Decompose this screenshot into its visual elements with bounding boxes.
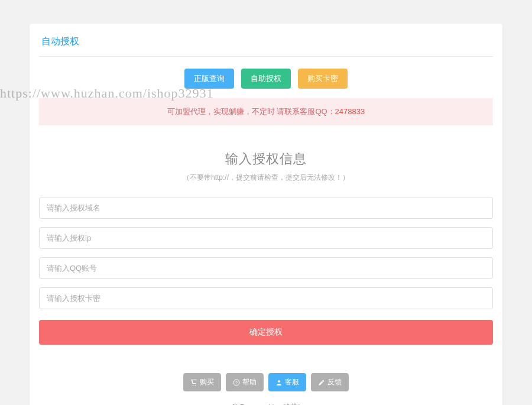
footer-credit: © Powered by 钱幕! — [39, 402, 493, 405]
footer-button-row: 购买 ? 帮助 客服 反馈 — [39, 373, 493, 391]
footer-buy-label: 购买 — [200, 377, 214, 387]
page-title: 自动授权 — [39, 24, 493, 57]
footer-feedback-label: 反馈 — [327, 377, 342, 387]
main-panel: 自动授权 正版查询 自助授权 购买卡密 可加盟代理，实现躺赚，不定时 请联系客服… — [30, 24, 502, 405]
footer-buy-button[interactable]: 购买 — [183, 373, 221, 391]
form-title: 输入授权信息 — [39, 150, 493, 168]
svg-text:?: ? — [235, 380, 238, 384]
notice-qq: 2478833 — [335, 107, 365, 116]
footer-brand-link[interactable]: 钱幕! — [283, 403, 300, 405]
question-icon: ? — [233, 379, 240, 386]
form-subtitle: （不要带http://，提交前请检查，提交后无法修改！） — [39, 173, 493, 183]
ip-input[interactable] — [39, 227, 493, 249]
footer-service-button[interactable]: 客服 — [268, 373, 306, 391]
domain-input[interactable] — [39, 197, 493, 219]
footer-service-label: 客服 — [285, 377, 299, 387]
footer-feedback-button[interactable]: 反馈 — [311, 373, 349, 391]
genuine-lookup-button[interactable]: 正版查询 — [184, 69, 234, 89]
footer-prefix: © Powered by — [232, 403, 282, 405]
form-title-wrap: 输入授权信息 — [39, 150, 493, 168]
footer-help-label: 帮助 — [242, 377, 257, 387]
user-icon — [275, 379, 283, 386]
buy-card-button[interactable]: 购买卡密 — [298, 69, 348, 89]
notice-text: 可加盟代理，实现躺赚，不定时 请联系客服QQ： — [167, 107, 335, 116]
card-key-input[interactable] — [39, 287, 493, 309]
pencil-icon — [318, 379, 325, 386]
cart-icon — [190, 379, 197, 386]
footer-help-button[interactable]: ? 帮助 — [226, 373, 264, 391]
notice-banner: 可加盟代理，实现躺赚，不定时 请联系客服QQ：2478833 — [39, 98, 493, 125]
svg-point-2 — [278, 380, 280, 383]
top-button-row: 正版查询 自助授权 购买卡密 — [39, 57, 493, 98]
submit-auth-button[interactable]: 确定授权 — [39, 320, 493, 345]
self-auth-button[interactable]: 自助授权 — [241, 69, 291, 89]
qq-input[interactable] — [39, 257, 493, 279]
